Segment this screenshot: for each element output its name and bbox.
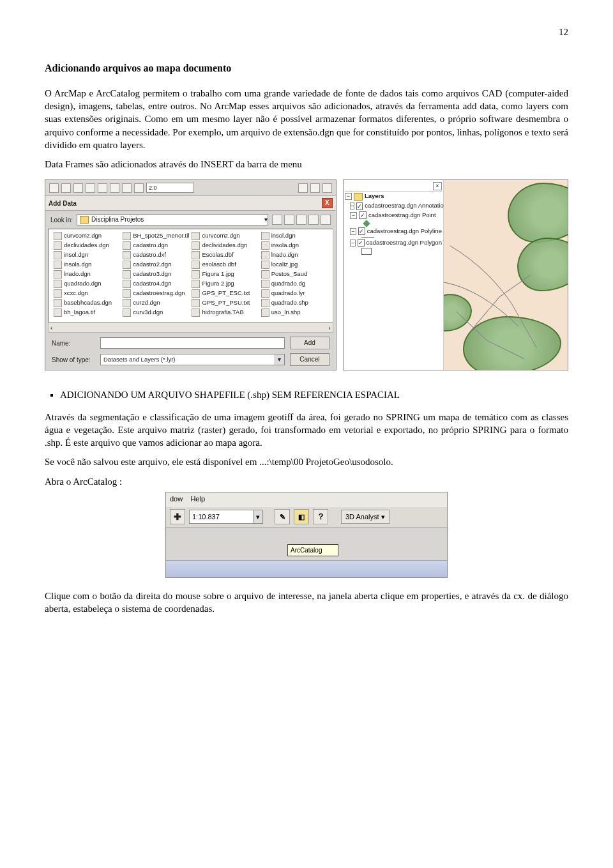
file-icon — [123, 280, 131, 288]
file-item[interactable]: quadrado.lyr — [261, 289, 328, 298]
paragraph-6: Clique com o botão da direita do mouse s… — [45, 590, 568, 616]
file-item[interactable]: GPS_PT_PSU.txt — [192, 299, 258, 307]
file-item[interactable]: GPS_PT_ESC.txt — [192, 289, 258, 298]
name-input[interactable] — [100, 337, 285, 349]
file-item[interactable]: cadastro.dxf — [123, 251, 189, 259]
menu-window[interactable]: dow — [170, 494, 183, 504]
arccatalog-icon[interactable]: ◧ — [294, 509, 309, 524]
toc-root[interactable]: − Layers — [345, 192, 442, 201]
layers-icon — [354, 193, 363, 201]
file-item[interactable]: Postos_Saud — [261, 270, 328, 278]
details-view-icon[interactable] — [308, 215, 319, 225]
connect-icon[interactable] — [284, 215, 294, 225]
copy-icon[interactable] — [73, 183, 83, 193]
file-item[interactable]: cadastro2.dgn — [123, 261, 189, 269]
file-item[interactable]: cadastro.dgn — [123, 241, 189, 250]
toc-layer-point[interactable]: − ✓ cadastroestrag.dgn Point — [345, 211, 442, 220]
file-item[interactable]: esolascb.dbf — [192, 261, 258, 269]
file-item[interactable]: cadastro3.dgn — [123, 270, 189, 278]
file-name: cadastro2.dgn — [133, 261, 171, 269]
paste-icon[interactable] — [86, 183, 95, 193]
add-data-plus-icon[interactable]: ✚ — [170, 509, 185, 524]
file-item[interactable]: declividades.dgn — [192, 241, 258, 250]
toc-layer-annotation[interactable]: − ✓ cadastroestrag.dgn Annotation — [345, 201, 442, 211]
file-item[interactable]: curv3d.dgn — [123, 308, 189, 317]
checkbox-icon[interactable]: ✓ — [356, 202, 363, 210]
scroll-right-icon[interactable]: › — [327, 324, 333, 333]
table-of-contents[interactable]: × − Layers − ✓ cadastroestrag.dgn Annota… — [344, 180, 444, 370]
file-item[interactable]: insol.dgn — [54, 251, 120, 259]
file-item[interactable]: quadrado.dg — [261, 280, 328, 288]
file-item[interactable]: Figura 2.jpg — [192, 280, 258, 288]
close-icon[interactable]: X — [322, 198, 333, 208]
file-item[interactable]: insola.dgn — [54, 261, 120, 269]
whats-this-icon[interactable]: ？ — [313, 509, 328, 524]
file-icon — [261, 251, 269, 259]
list-view-icon[interactable] — [296, 215, 306, 225]
help-icon[interactable] — [322, 183, 332, 193]
file-item[interactable]: curvcomz.dgn — [192, 232, 258, 240]
minus-icon[interactable]: − — [350, 240, 356, 247]
chevron-down-icon[interactable]: ▾ — [253, 510, 262, 523]
file-item[interactable]: quadrado.shp — [261, 299, 328, 307]
3d-analyst-button[interactable]: 3D Analyst ▾ — [341, 510, 390, 524]
file-item[interactable]: basebhcadas.dgn — [54, 299, 120, 307]
dialog-titlebar: Add Data X — [45, 196, 336, 211]
cancel-button[interactable]: Cancel — [290, 353, 329, 366]
editor-icon[interactable] — [298, 183, 308, 193]
file-name: declividades.dgn — [64, 241, 109, 250]
file-item[interactable]: localiz.jpg — [261, 261, 328, 269]
file-name: xcxc.dgn — [64, 289, 88, 298]
minus-icon[interactable]: − — [345, 193, 352, 200]
up-folder-icon[interactable] — [272, 215, 282, 225]
scale-combo[interactable]: 2:0 — [146, 183, 194, 193]
add-button[interactable]: Add — [290, 337, 329, 349]
cut-icon[interactable] — [61, 183, 71, 193]
lookin-combo[interactable]: Disciplina Projetos ▾ — [77, 214, 268, 225]
scroll-left-icon[interactable]: ‹ — [49, 324, 54, 333]
file-item[interactable]: uso_ln.shp — [261, 308, 328, 317]
file-item[interactable]: cur2d.dgn — [123, 299, 189, 307]
file-item[interactable]: cadastroestrag.dgn — [123, 289, 189, 298]
delete-icon[interactable] — [98, 183, 107, 193]
type-combo[interactable]: Datasets and Layers (*.lyr) ▾ — [100, 354, 285, 365]
file-icon — [192, 299, 200, 307]
file-item[interactable]: xcxc.dgn — [54, 289, 120, 298]
redo-icon[interactable] — [122, 183, 132, 193]
toc-layer-polyline[interactable]: − ✓ cadastroestrag.dgn Polyline — [345, 227, 442, 236]
scale-combo[interactable]: 1:10.837 ▾ — [189, 510, 263, 524]
undo-icon[interactable] — [110, 183, 119, 193]
file-item[interactable]: lnado.dgn — [261, 251, 328, 259]
file-item[interactable]: curvcomz.dgn — [54, 232, 120, 240]
menu-help[interactable]: Help — [190, 494, 205, 504]
toc-layer-polygon[interactable]: − ✓ cadastroestrag.dgn Polygon — [345, 238, 442, 248]
file-item[interactable]: hidrografia.TAB — [192, 308, 258, 317]
file-item[interactable]: Figura 1.jpg — [192, 270, 258, 278]
file-item[interactable]: Escolas.dbf — [192, 251, 258, 259]
file-item[interactable]: bh_lagoa.tif — [54, 308, 120, 317]
thumbs-view-icon[interactable] — [321, 215, 331, 225]
minus-icon[interactable]: − — [350, 228, 356, 235]
save-icon[interactable] — [49, 183, 59, 193]
editor-toolbar-icon[interactable]: ✎ — [275, 509, 290, 524]
checkbox-icon[interactable]: ✓ — [358, 227, 365, 235]
checkbox-icon[interactable]: ✓ — [358, 239, 364, 247]
file-item[interactable]: BH_spot25_menor.tif — [123, 232, 189, 240]
toc-close-icon[interactable]: × — [433, 182, 442, 190]
add-data-icon[interactable] — [134, 183, 144, 193]
file-name: Figura 2.jpg — [202, 280, 234, 288]
file-item[interactable]: insola.dgn — [261, 241, 328, 250]
file-item[interactable]: quadrado.dgn — [54, 280, 120, 288]
file-item[interactable]: declividades.dgn — [54, 241, 120, 250]
file-item[interactable]: lnado.dgn — [54, 270, 120, 278]
layer-label: cadastroestrag.dgn Polyline — [367, 227, 442, 236]
file-item[interactable]: insol.dgn — [261, 232, 328, 240]
horizontal-scrollbar[interactable]: ‹ › — [48, 323, 333, 333]
catalog-icon[interactable] — [310, 183, 320, 193]
file-item[interactable]: cadastro4.dgn — [123, 280, 189, 288]
minus-icon[interactable]: − — [350, 212, 357, 219]
file-list[interactable]: curvcomz.dgnBH_spot25_menor.tifcurvcomz.… — [48, 229, 333, 323]
map-canvas[interactable] — [444, 180, 568, 370]
minus-icon[interactable]: − — [350, 202, 354, 209]
checkbox-icon[interactable]: ✓ — [359, 211, 367, 219]
